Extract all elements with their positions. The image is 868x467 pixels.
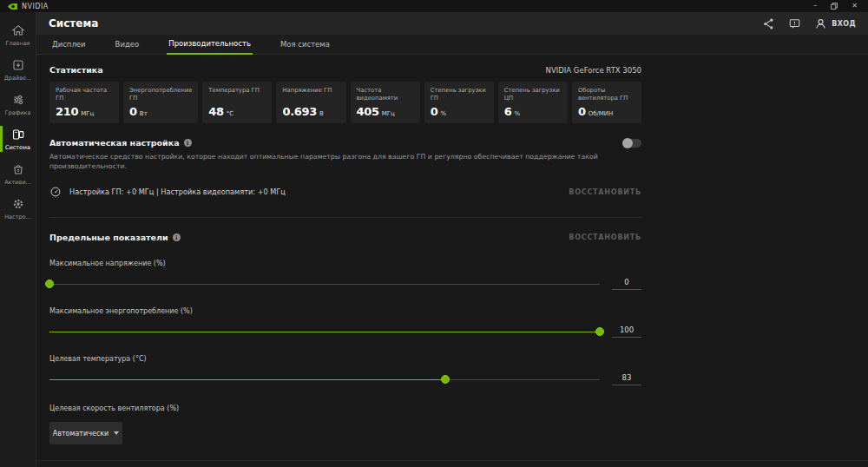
stat-unit: В [319,110,324,117]
max-power-label: Максимальное энергопотребление (%) [49,307,641,315]
settings-gear-icon [11,197,25,211]
slider-fill [49,379,445,381]
statistics-heading: Статистика [49,65,103,75]
fan-speed-selected: Автоматически [53,430,109,437]
auto-tuning-description: Автоматическое средство настройки, котор… [49,153,641,171]
window-titlebar: NVIDIA – ✕ [0,0,868,12]
stat-tiles: Рабочая частота ГП 210МГц Энергопотребле… [49,82,641,123]
sidebar-item-activate[interactable]: Активи... [0,156,36,191]
stat-label: Частота видеопамяти [357,87,414,102]
max-voltage-value[interactable]: 0 [612,278,641,290]
toggle-knob [622,138,633,148]
feedback-icon[interactable] [788,17,801,30]
stat-label: Степень загрузки ЦП [504,87,562,102]
stat-unit: % [515,110,521,117]
auto-tuning-title: Автоматическая настройка i [49,138,192,148]
max-power-slider[interactable] [49,327,600,336]
share-icon[interactable] [762,17,775,30]
stat-value: 405 [357,105,379,118]
stat-unit: МГц [382,110,395,117]
max-voltage-label: Максимальное напряжение (%) [49,260,641,267]
tab-performance[interactable]: Производительность [167,39,253,55]
slider-thumb[interactable] [595,327,604,336]
stat-label: Обороты вентилятора ГП [578,87,635,102]
info-icon[interactable]: i [173,234,181,241]
bottom-divider [36,460,868,461]
nvidia-logo: NVIDIA [7,3,49,10]
sidebar-item-drivers[interactable]: Драйве... [0,52,36,87]
stat-label: Температура ГП [208,87,266,95]
auto-tuning-toggle[interactable] [622,139,641,148]
stat-unit: % [440,110,446,117]
auto-tuning-restore-button[interactable]: ВОССТАНОВИТЬ [569,188,641,196]
stat-label: Энергопотребление ГП [129,87,192,102]
auto-tuning-title-text: Автоматическая настройка [49,138,180,148]
fan-speed-dropdown[interactable]: Автоматически [49,422,122,444]
tab-my-system[interactable]: Моя система [279,40,332,54]
driver-icon [11,58,25,72]
gauge-icon [49,186,62,198]
info-icon[interactable]: i [184,139,192,147]
home-icon [11,23,25,37]
stat-value: 0.693 [282,105,317,118]
sidebar: Главная Драйве... Графика [0,12,36,467]
target-temp-value[interactable]: 83 [612,373,641,385]
stat-tile-cpu-load: Степень загрузки ЦП 6% [498,82,568,123]
stat-unit: МГц [81,110,94,117]
system-icon [11,128,25,141]
tab-bar: Дисплеи Видео Производительность Моя сис… [36,35,868,55]
stat-tile-gpu-load: Степень загрузки ГП 0% [424,82,494,123]
stat-tile-vram-clock: Частота видеопамяти 405МГц [351,82,420,123]
page-header: Система [36,12,868,35]
nvidia-eye-icon [7,3,18,10]
stat-value: 0 [431,105,438,118]
sidebar-item-label: Главная [5,40,30,47]
close-button[interactable]: ✕ [852,3,858,10]
restore-icon [831,3,838,10]
stat-tile-gpu-voltage: Напряжение ГП 0.693В [276,82,345,123]
login-button[interactable]: ВХОД [814,17,856,30]
content-area: Статистика NVIDIA GeForce RTX 3050 Рабоч… [36,55,868,467]
restore-button[interactable] [831,3,838,10]
slider-thumb[interactable] [441,375,450,384]
fan-speed-label: Целевая скорость вентилятора (%) [49,405,641,412]
target-temp-slider[interactable] [49,375,600,384]
sidebar-item-label: Драйве... [4,75,31,82]
app-name: NVIDIA [22,3,49,10]
stat-tile-gpu-clock: Рабочая частота ГП 210МГц [49,82,119,123]
stat-value: 6 [504,105,512,118]
stat-value: 0 [129,105,137,118]
stat-unit: Об/МИН [589,110,614,117]
section-divider [49,217,641,218]
limits-title: Предельные показатели i [49,233,181,242]
login-label: ВХОД [832,20,856,28]
stat-value: 210 [56,105,78,118]
max-voltage-slider[interactable] [49,280,600,288]
tab-displays[interactable]: Дисплеи [50,40,88,54]
tab-video[interactable]: Видео [114,40,141,54]
limits-restore-button[interactable]: ВОССТАНОВИТЬ [569,234,641,241]
slider-track [49,284,600,286]
sidebar-item-label: Активи... [4,179,31,186]
sidebar-item-label: Графика [5,109,31,116]
tuning-status: Настройка ГП: +0 МГц | Настройка видеопа… [69,187,286,196]
user-icon [814,17,827,30]
chevron-down-icon [114,431,119,435]
slider-fill [49,332,600,333]
stat-value: 48 [208,105,224,118]
gpu-name: NVIDIA GeForce RTX 3050 [546,66,641,75]
stat-unit: Вт [140,110,148,117]
sidebar-item-settings[interactable]: Настро... [0,191,36,226]
stat-unit: °C [227,110,233,117]
target-temp-label: Целевая температура (°C) [49,355,641,363]
sidebar-item-system[interactable]: Система [0,122,36,156]
graphics-icon [11,93,25,107]
page-title: Система [49,17,98,30]
sidebar-item-graphics[interactable]: Графика [0,87,36,122]
activate-icon [11,162,25,176]
stat-tile-fan-rpm: Обороты вентилятора ГП 0Об/МИН [572,82,641,123]
minimize-button[interactable]: – [813,3,817,10]
max-power-value[interactable]: 100 [612,326,641,338]
sidebar-item-home[interactable]: Главная [0,17,36,52]
slider-thumb[interactable] [45,280,54,288]
